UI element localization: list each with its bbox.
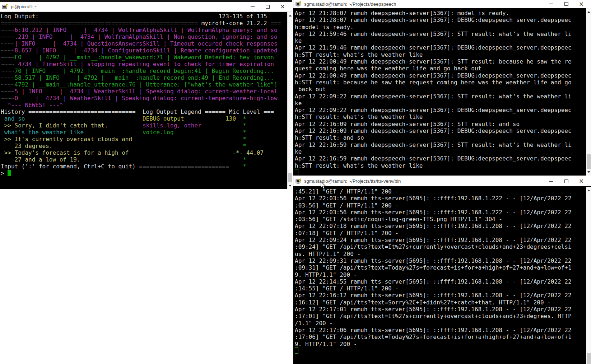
close-button[interactable]: ×	[275, 2, 290, 11]
maximize-button[interactable]	[559, 0, 574, 8]
terminal-line: >> It's currently overcast clouds and*	[1, 136, 287, 143]
scroll-thumb[interactable]	[288, 173, 292, 182]
scroll-down-arrow[interactable]	[586, 169, 591, 175]
maximize-button[interactable]	[559, 176, 574, 186]
terminal-line: Apr 12 22:16:09 ramuh deepspeech-server[…	[295, 121, 586, 127]
terminal-line: h:STT result: because he saw the request…	[295, 79, 586, 86]
terminal-line: ~~~~5 | INFO | 4734 | WeatherSkill | Spe…	[1, 88, 287, 95]
terminal-text: *	[243, 163, 246, 170]
putty-icon[interactable]	[296, 1, 302, 7]
terminal-text: 23 degrees.	[1, 143, 53, 149]
terminal-cursor	[8, 170, 11, 176]
terminal-line: :03:56] "GET / HTTP/1.1" 200 -	[295, 202, 586, 209]
terminal-text: Apr 12 21:28:07 ramuh deepspeech-server[…	[295, 17, 572, 23]
scroll-up-arrow[interactable]	[288, 13, 292, 18]
terminal-line: Apr 12 22:03:56 ramuh tts-server[5695]: …	[295, 195, 586, 202]
terminal-line	[295, 169, 586, 176]
close-button[interactable]: ×	[574, 176, 589, 186]
terminal-line: ~~~~70 | INFO | 4792 | __main__:handle_r…	[1, 67, 287, 74]
terminal-line: Apr 12 22:03:56 ramuh tts-server[5695]: …	[295, 209, 586, 216]
terminal-text: 27 and a low of 19.	[1, 156, 80, 163]
terminal-line: Apr 12 22:09:22 ramuh deepspeech-server[…	[295, 93, 586, 100]
terminal-text: ~~~~	[1, 27, 15, 33]
terminal-text: ke	[295, 37, 302, 44]
minimize-button[interactable]	[544, 176, 559, 186]
terminal-line: :16:12] "GET /api/tts?text=Sorry%2C+I+di…	[295, 299, 586, 306]
terminal-text: Apr 12 22:17:01 ramuh tts-server[5695]: …	[295, 306, 572, 313]
close-button[interactable]: ×	[574, 0, 589, 8]
picroft-scrollbar[interactable]	[287, 12, 292, 189]
scroll-thumb[interactable]	[587, 353, 591, 364]
terminal-line: :03:56] "GET /static/coqui-log-green-TTS…	[295, 216, 586, 223]
terminal-text: *	[243, 129, 246, 136]
mouse-cursor	[321, 181, 327, 190]
window-title: sgmustadio@ramuh: ~/Projects/tts/tts-ven…	[304, 178, 401, 184]
minimize-icon	[251, 6, 255, 7]
terminal-text: *	[243, 143, 246, 149]
terminal-line: us. HTTP/1.1" 200 -	[295, 251, 586, 257]
terminal-line: 23 degrees.*	[1, 143, 287, 149]
terminal-text: Apr 12 22:16:09 ramuh deepspeech-server[…	[295, 127, 572, 134]
terminal-text: Apr 12 22:09:22 ramuh deepspeech-server[…	[295, 93, 572, 100]
terminal-line: Apr 12 22:16:09 ramuh deepspeech-server[…	[295, 127, 586, 134]
terminal-text: skills.log, other	[143, 122, 201, 129]
deepspeech-scrollbar[interactable]	[586, 8, 591, 176]
scroll-up-arrow[interactable]	[586, 9, 591, 15]
terminal-text: :03:56] "GET /static/coqui-log-green-TTS…	[295, 216, 502, 223]
terminal-text: 9. HTTP/1.1" 200 -	[295, 271, 357, 278]
picroft-titlebar[interactable]: pi@picroft: ~ ×	[0, 2, 292, 12]
deepspeech-terminal-content[interactable]: Apr 12 21:28:07 ramuh deepspeech-server[…	[293, 8, 586, 176]
terminal-text: >> It's currently overcast clouds and	[1, 136, 132, 143]
terminal-text: Apr 12 22:16:59 ramuh deepspeech-server[…	[295, 155, 572, 162]
terminal-text: 5 | INFO | 4734 | WeatherSkill | Speakin…	[15, 88, 278, 95]
terminal-text: Apr 12 22:16:09 ramuh deepspeech-server[…	[295, 121, 520, 127]
terminal-text: 6:10.212 | INFO | 4734 | WolframAlphaSki…	[15, 27, 278, 33]
terminal-text: ~~~~	[1, 95, 15, 102]
terminal-text: h:STT result: what's the weather like	[295, 113, 423, 120]
terminal-text: quest coming here was the weather life a…	[295, 65, 481, 72]
maximize-icon	[564, 179, 568, 183]
close-icon: ×	[280, 4, 285, 10]
scroll-up-arrow[interactable]	[586, 187, 591, 193]
tts-scrollbar[interactable]	[586, 187, 591, 364]
terminal-text: ~~~~	[1, 33, 15, 40]
terminal-text: Apr 12 22:17:06 ramuh tts-server[5695]: …	[295, 327, 572, 333]
scroll-down-arrow[interactable]	[288, 183, 292, 188]
terminal-text: ~~~~	[1, 88, 15, 95]
terminal-line: :17:01] "GET /api/tts?text=It%27s+curren…	[295, 313, 586, 319]
terminal-line: and soDEBUG output130*	[1, 115, 287, 122]
terminal-line: h:STT result: and so	[295, 134, 586, 141]
terminal-text: Apr 12 22:16:59 ramuh deepspeech-server[…	[295, 141, 572, 148]
putty-icon[interactable]	[2, 4, 9, 10]
terminal-text: Apr 12 22:07:18 ramuh tts-server[5695]: …	[295, 223, 572, 229]
terminal-line: Apr 12 22:07:18 ramuh tts-server[5695]: …	[295, 223, 586, 229]
scroll-thumb[interactable]	[587, 154, 591, 169]
tts-terminal-content[interactable]: :45:21] "GET / HTTP/1.1" 200 -Apr 12 22:…	[293, 187, 586, 364]
terminal-text: Log Output:	[1, 13, 39, 20]
picroft-terminal-content[interactable]: Log Output:123-135 of 135===============…	[0, 12, 287, 189]
terminal-text: >	[1, 170, 8, 177]
terminal-text: Apr 12 21:28:07 ramuh deepspeech-server[…	[295, 10, 509, 17]
terminal-text: 9. HTTP/1.1" 200 -	[295, 341, 357, 347]
deepspeech-titlebar[interactable]: sgmustadio@ramuh: ~/Projects/deepspeech …	[293, 0, 591, 8]
terminal-text: ~~~~	[1, 47, 15, 54]
terminal-line: :14:55] "GET / HTTP/1.1" 200 -	[295, 285, 586, 292]
terminal-text: /1.1" 200 -	[295, 320, 333, 327]
tts-titlebar[interactable]: sgmustadio@ramuh: ~/Projects/tts/tts-ven…	[293, 176, 591, 186]
terminal-text: 130	[225, 115, 236, 122]
minimize-button[interactable]	[245, 2, 260, 11]
terminal-line: >> Sorry, I didn't catch that.skills.log…	[1, 122, 287, 129]
terminal-line: Apr 12 22:17:01 ramuh tts-server[5695]: …	[295, 306, 586, 313]
terminal-cursor	[295, 169, 298, 175]
terminal-line: :07:18] "GET / HTTP/1.1" 200 -	[295, 230, 586, 237]
minimize-button[interactable]	[544, 0, 559, 8]
terminal-line: ^--- NEWEST ---^	[1, 102, 287, 108]
terminal-line: Apr 12 22:09:24 ramuh tts-server[5695]: …	[295, 237, 586, 243]
maximize-button[interactable]	[260, 2, 275, 11]
terminal-line: >> Today's forecast is for a high of-*- …	[1, 149, 287, 156]
terminal-text: Apr 12 22:14:55 ramuh tts-server[5695]: …	[295, 278, 572, 285]
terminal-text: h:STT result: because he saw the request…	[295, 79, 572, 86]
putty-icon[interactable]	[296, 178, 302, 185]
terminal-text: 8.657 | INFO | 4734 | ConfigurationSkill…	[15, 47, 278, 54]
terminal-text: .219 | INFO | 4734 | WolframAlphaSkill |…	[15, 33, 278, 40]
